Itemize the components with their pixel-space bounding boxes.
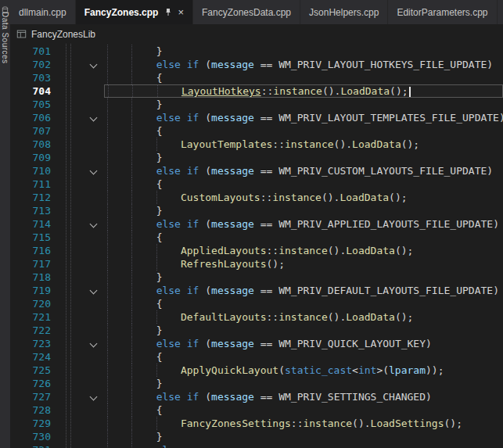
line-number[interactable]: 720 xyxy=(10,297,55,310)
tab-editorparameters-cpp[interactable]: EditorParameters.cpp xyxy=(388,0,497,24)
line-number[interactable]: 719 xyxy=(10,284,55,297)
line-number[interactable]: 723 xyxy=(10,337,55,350)
tool-tab-label: Data Sources xyxy=(1,12,9,64)
tab-fancyzonesdata-cpp[interactable]: FancyZonesData.cpp xyxy=(193,0,300,24)
code-text[interactable]: else if (message == WM_PRIV_CUSTOM_LAYOU… xyxy=(104,164,503,177)
indent-guide xyxy=(107,377,108,390)
code-text[interactable]: LayoutTemplates::instance().LoadData(); xyxy=(104,138,503,151)
code-text[interactable]: else if (message == WM_PRIV_DEFAULT_LAYO… xyxy=(104,284,503,297)
line-number[interactable]: 708 xyxy=(10,138,55,151)
code-text[interactable]: DefaultLayouts::instance().LoadData(); xyxy=(104,310,503,324)
tab-dllmain-cpp[interactable]: dllmain.cpp xyxy=(10,0,76,24)
code-text[interactable]: { xyxy=(104,124,503,138)
code-text[interactable]: { xyxy=(104,71,503,84)
code-text[interactable]: } xyxy=(104,98,503,111)
indent-guide xyxy=(131,191,132,204)
fold-chevron-icon[interactable] xyxy=(90,287,98,295)
line-number[interactable]: 701 xyxy=(10,45,55,58)
indent-guide xyxy=(107,337,108,350)
line-number[interactable]: 713 xyxy=(10,204,55,217)
code-text[interactable]: CustomLayouts::instance().LoadData(); xyxy=(104,191,503,204)
fold-margin xyxy=(55,244,104,257)
visual-studio-window: Data Sources dllmain.cppFancyZones.cpp×F… xyxy=(0,0,503,448)
line-number[interactable]: 715 xyxy=(10,231,55,244)
line-number[interactable]: 705 xyxy=(10,98,55,111)
code-text[interactable]: else if (message == WM_PRIV_APPLIED_LAYO… xyxy=(104,217,503,231)
code-text[interactable]: else if (message == WM_PRIV_LAYOUT_HOTKE… xyxy=(104,58,503,71)
code-text[interactable]: else xyxy=(104,443,503,448)
indent-guide xyxy=(107,350,108,364)
fold-margin xyxy=(55,257,104,271)
pin-icon[interactable] xyxy=(164,8,172,16)
code-text[interactable]: FancyZonesSettings::instance().LoadSetti… xyxy=(104,417,503,430)
close-icon[interactable]: × xyxy=(178,7,184,17)
line-number[interactable]: 703 xyxy=(10,71,55,84)
tab-jsonhelpers-cpp[interactable]: JsonHelpers.cpp xyxy=(300,0,388,24)
tab-fancyzones-cpp[interactable]: FancyZones.cpp× xyxy=(76,0,193,24)
indent-guide xyxy=(107,443,108,448)
code-text[interactable]: AppliedLayouts::instance().LoadData(); xyxy=(104,244,503,257)
code-area: 701 }702 else if (message == WM_PRIV_LAY… xyxy=(10,45,503,448)
line-number[interactable]: 724 xyxy=(10,350,55,364)
code-text[interactable]: { xyxy=(104,297,503,310)
fold-chevron-icon[interactable] xyxy=(90,220,98,228)
line-number[interactable]: 730 xyxy=(10,430,55,443)
line-number[interactable]: 728 xyxy=(10,403,55,417)
line-number[interactable]: 729 xyxy=(10,417,55,430)
code-text[interactable]: ApplyQuickLayout(static_cast<int>(lparam… xyxy=(104,364,503,377)
code-text[interactable]: RefreshLayouts(); xyxy=(104,257,503,271)
line-number[interactable]: 709 xyxy=(10,151,55,164)
project-dropdown[interactable]: FancyZonesLib xyxy=(31,29,95,40)
code-text[interactable]: { xyxy=(104,231,503,244)
fold-chevron-icon[interactable] xyxy=(90,114,98,122)
code-line: 723 else if (message == WM_PRIV_QUICK_LA… xyxy=(10,337,503,350)
fold-margin xyxy=(55,403,104,417)
tab-label: FancyZonesData.cpp xyxy=(202,7,291,18)
line-number[interactable]: 712 xyxy=(10,191,55,204)
code-line: 701 } xyxy=(10,45,503,58)
line-number[interactable]: 702 xyxy=(10,58,55,71)
line-number[interactable]: 710 xyxy=(10,164,55,177)
code-text[interactable]: else if (message == WM_PRIV_LAYOUT_TEMPL… xyxy=(104,111,503,124)
indent-guide xyxy=(107,403,108,417)
code-text[interactable]: } xyxy=(104,271,503,284)
fold-chevron-icon[interactable] xyxy=(90,393,98,401)
line-number[interactable]: 725 xyxy=(10,364,55,377)
code-text[interactable]: else if (message == WM_PRIV_QUICK_LAYOUT… xyxy=(104,337,503,350)
line-number[interactable]: 721 xyxy=(10,310,55,324)
indent-guide xyxy=(107,364,108,377)
line-number[interactable]: 711 xyxy=(10,177,55,191)
fold-chevron-icon[interactable] xyxy=(90,340,98,348)
line-number[interactable]: 727 xyxy=(10,390,55,403)
line-number[interactable]: 717 xyxy=(10,257,55,271)
code-text[interactable]: else if (message == WM_PRIV_SETTINGS_CHA… xyxy=(104,390,503,403)
line-number[interactable]: 718 xyxy=(10,271,55,284)
code-text[interactable]: } xyxy=(104,151,503,164)
line-number[interactable]: 704 xyxy=(10,84,55,98)
code-text[interactable]: } xyxy=(104,204,503,217)
fold-margin xyxy=(55,204,104,217)
fold-chevron-icon[interactable] xyxy=(90,61,98,69)
fold-chevron-icon[interactable] xyxy=(90,167,98,175)
code-text[interactable]: { xyxy=(104,403,503,417)
line-number[interactable]: 707 xyxy=(10,124,55,138)
line-number[interactable]: 731 xyxy=(10,443,55,448)
code-text[interactable]: { xyxy=(104,177,503,191)
line-number[interactable]: 716 xyxy=(10,244,55,257)
code-line: 722 } xyxy=(10,324,503,337)
fold-margin xyxy=(55,217,104,231)
code-text[interactable]: } xyxy=(104,377,503,390)
navigation-bar: FancyZonesLib xyxy=(10,24,503,44)
indent-guide xyxy=(131,71,132,84)
line-number[interactable]: 714 xyxy=(10,217,55,231)
code-text[interactable]: } xyxy=(104,45,503,58)
code-line: 706 else if (message == WM_PRIV_LAYOUT_T… xyxy=(10,111,503,124)
code-text[interactable]: } xyxy=(104,324,503,337)
line-number[interactable]: 726 xyxy=(10,377,55,390)
line-number[interactable]: 722 xyxy=(10,324,55,337)
code-text[interactable]: LayoutHotkeys::instance().LoadData(); xyxy=(104,84,503,98)
tool-tab-data-sources[interactable]: Data Sources xyxy=(0,0,10,64)
code-text[interactable]: } xyxy=(104,430,503,443)
code-text[interactable]: { xyxy=(104,350,503,364)
line-number[interactable]: 706 xyxy=(10,111,55,124)
